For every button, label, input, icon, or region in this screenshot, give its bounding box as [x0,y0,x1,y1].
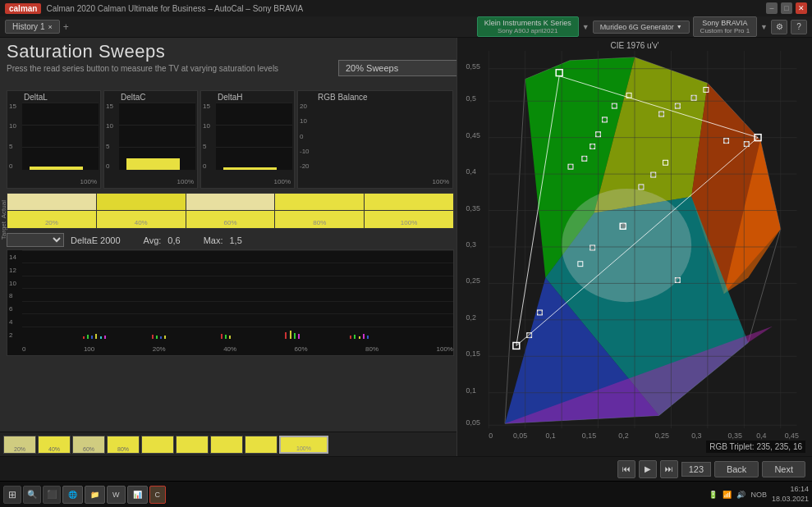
cie-svg: 0,55 0,5 0,45 0,4 0,35 0,3 0,25 0,2 0,15… [464,51,805,440]
svg-text:0,35: 0,35 [466,204,480,212]
sweep-dropdown[interactable]: 20% Sweeps [338,60,470,76]
taskbar-volume-icon: 🔊 [736,491,745,499]
svg-text:0,35: 0,35 [728,432,742,440]
svg-text:0,55: 0,55 [466,62,480,71]
nav-bar: ⏮ ▶ ⏭ 123 Back Next [0,456,812,481]
rgb-triplet: RGB Triplet: 235, 235, 16 [706,441,805,453]
deltae-avg-label: Avg: [144,235,162,245]
taskbar-taskview-button[interactable]: ⬛ [43,486,61,504]
device2-arrow-icon: ▼ [677,24,682,30]
toolbar-icon1-button[interactable]: ⚙ [771,20,787,34]
device3-button[interactable]: Sony BRAVIA Custom for Pro 1 [693,16,757,37]
rgb-balance-pct: 100% [433,178,449,185]
add-tab-button[interactable]: + [63,21,69,33]
svg-text:0,45: 0,45 [785,432,799,440]
svg-point-58 [621,223,626,228]
strip-swatch-2[interactable]: 40% [38,436,71,454]
taskbar-network-icon: 📶 [723,491,732,499]
strip-swatch-8[interactable] [245,436,278,454]
deltae-chart: 1412108642 [7,249,454,356]
taskbar-nob-label: NOB [750,491,767,499]
svg-text:0,1: 0,1 [466,386,476,395]
delta-h-pct: 100% [274,178,291,185]
delta-l-label: DeltaL [7,91,100,102]
history-tab[interactable]: History 1 × [5,20,60,34]
svg-text:0,45: 0,45 [466,131,480,139]
page-number: 123 [681,462,711,477]
svg-text:0,15: 0,15 [466,349,480,358]
deltae-max-label: Max: [204,235,223,245]
device2-button[interactable]: Murideo 6G Generator ▼ [593,21,690,34]
delta-c-label: DeltaC [104,91,197,102]
nav-icon3-button[interactable]: ⏭ [660,460,678,478]
svg-text:0,15: 0,15 [582,432,596,440]
strip-swatch-9[interactable]: 100% [279,436,328,454]
sweep-selector: 20% Sweeps ▼ [338,60,464,76]
svg-text:0,2: 0,2 [618,432,628,440]
strip-swatch-6[interactable] [176,436,209,454]
deltae-title: DeltaE 2000 [71,235,121,245]
svg-text:0,25: 0,25 [466,276,480,285]
svg-text:0,4: 0,4 [756,432,766,440]
nav-icon1-button[interactable]: ⏮ [617,460,635,478]
back-button[interactable]: Back [714,461,759,477]
close-button[interactable]: ✕ [796,2,807,14]
toolbar-icon2-button[interactable]: ? [791,20,807,34]
maximize-button[interactable]: □ [781,2,792,14]
delta-h-label: DeltaH [201,91,294,102]
taskbar-search-button[interactable]: 🔍 [23,486,41,504]
swatch-row-top [7,193,454,211]
taskbar-start-button[interactable]: ⊞ [3,486,21,504]
taskbar-app1-button[interactable]: 📁 [85,486,105,504]
strip-swatch-1[interactable]: 20% [3,436,36,454]
device1-button[interactable]: Klein Instruments K Series Sony A90J apr… [477,16,579,37]
deltae-selector[interactable]: 2000 [7,233,64,247]
device1-arrow-icon: ▼ [582,23,590,31]
taskbar-app4-button[interactable]: C [149,486,167,504]
calman-logo: calman [5,3,41,14]
bottom-strip: 20% 40% 60% 80% 100% [0,432,456,456]
delta-c-chart: DeltaC 15 10 5 0 100% [103,90,198,189]
taskbar-app3-button[interactable]: 📊 [127,486,148,504]
svg-point-30 [562,189,691,302]
deltae-section: 2000 DeltaE 2000 Avg: 0,6 Max: 1,5 14121… [7,233,454,456]
taskbar-clock: 16:14 18.03.2021 [772,485,809,504]
next-button[interactable]: Next [762,461,805,477]
taskbar-edge-button[interactable]: 🌐 [62,486,83,504]
rgb-balance-label: RGB Balance [298,91,452,102]
taskbar-app2-button[interactable]: W [107,486,126,504]
deltae-avg-value: 0,6 [167,235,180,245]
svg-text:0,2: 0,2 [466,313,476,322]
cie-chart: CIE 1976 u'v' 0,55 0,5 [456,38,812,456]
svg-text:0,25: 0,25 [655,432,669,440]
taskbar-sys-area: 🔋 📶 🔊 NOB 16:14 18.03.2021 [709,485,809,504]
minimize-button[interactable]: – [766,2,778,14]
delta-l-pct: 100% [80,178,97,185]
delta-c-pct: 100% [177,178,194,185]
taskbar: ⊞ 🔍 ⬛ 🌐 📁 W 📊 C 🔋 📶 🔊 NOB 16:14 18.03.20… [0,481,812,507]
svg-text:0,4: 0,4 [466,167,476,176]
taskbar-battery-icon: 🔋 [709,491,718,499]
svg-text:0,1: 0,1 [545,432,555,440]
device3-arrow-icon: ▼ [760,23,768,31]
strip-swatch-5[interactable] [141,436,174,454]
strip-swatch-7[interactable] [210,436,243,454]
svg-text:0,3: 0,3 [466,240,476,249]
strip-swatch-3[interactable]: 60% [72,436,105,454]
title-text: Calman 2020 Calman Ultimate for Business… [46,4,303,13]
swatch-row-bottom: 20% 40% 60% 80% 100% [7,211,454,229]
svg-text:0: 0 [489,432,493,440]
titlebar: calman Calman 2020 Calman Ultimate for B… [0,0,812,16]
cie-title: CIE 1976 u'v' [457,38,812,50]
svg-text:0,05: 0,05 [466,418,480,427]
nav-icon2-button[interactable]: ▶ [639,460,657,478]
delta-h-chart: DeltaH 15 10 5 0 100% [200,90,295,189]
deltae-max-value: 1,5 [230,235,242,245]
svg-text:0,05: 0,05 [513,432,527,440]
svg-text:0,5: 0,5 [466,94,476,103]
rgb-balance-chart: RGB Balance 20 10 0 -10 -20 [297,90,453,189]
toolbar: History 1 × + Klein Instruments K Series… [0,16,812,38]
strip-swatch-4[interactable]: 80% [107,436,140,454]
close-tab-icon[interactable]: × [48,23,52,31]
svg-text:0,3: 0,3 [691,432,701,440]
